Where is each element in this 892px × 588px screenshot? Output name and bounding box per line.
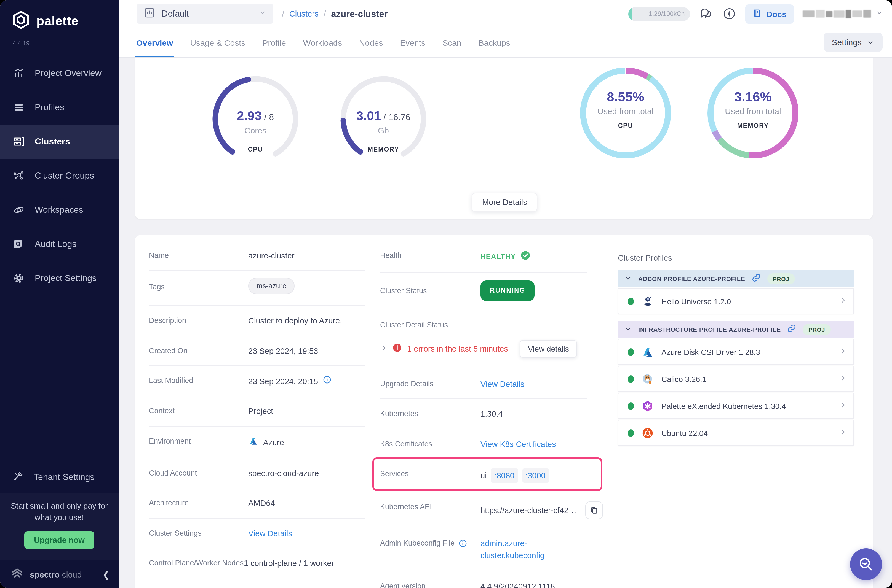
usage-summary-card: 2.93 / 8 Cores CPU 3.01 / 16.76 [135,58,873,219]
field-label: Kubernetes API [380,501,480,511]
service-port-link-3000[interactable]: :3000 [522,468,549,483]
cluster-profiles-title: Cluster Profiles [618,235,854,270]
upgrade-now-button[interactable]: Upgrade now [24,531,95,549]
explore-compass-button[interactable] [722,7,737,21]
cpu-percent-donut: 8.55% Used from total CPU [579,66,672,160]
tab-nodes[interactable]: Nodes [359,27,383,57]
chevron-down-icon [624,274,632,284]
service-port-link-8080[interactable]: :8080 [491,468,518,483]
field-label: Environment [149,436,248,445]
workspaces-icon [12,203,26,217]
sidebar: palette 4.4.19 Project Overview Profiles… [0,0,119,588]
agent-version-value: 4.4.9/20240912.1118 [480,580,555,588]
profile-layer-azure-disk-csi[interactable]: Azure Disk CSI Driver 1.28.3 [618,339,854,365]
info-icon[interactable] [459,539,467,549]
chevron-right-icon [839,297,847,306]
profile-layer-name: Ubuntu 22.04 [662,429,832,437]
health-value: HEALTHY [480,252,516,262]
chevron-down-icon [875,9,883,19]
cpu-percent-caption: Used from total [579,106,672,116]
kubeconfig-download-link[interactable]: admin.azure-cluster.kubeconfig [480,538,564,562]
kubernetes-api-value: https://azure-cluster-cf42… [480,505,576,516]
addon-profile-name: ADDON PROFILE AZURE-PROFILE [638,275,745,282]
breadcrumb-clusters-link[interactable]: Clusters [289,9,319,18]
copy-icon[interactable] [585,501,603,519]
profile-layer-calico[interactable]: Calico 3.26.1 [618,366,854,392]
sidebar-item-label: Tenant Settings [34,472,95,482]
profile-layer-name: Palette eXtended Kubernetes 1.30.4 [662,402,832,410]
tab-overview[interactable]: Overview [136,27,173,57]
calico-logo-icon [641,372,654,386]
hello-universe-logo-icon [641,294,654,308]
tag-chip: ms-azure [248,278,295,294]
promo-text: Start small and only pay for what you us… [8,500,111,524]
name-value: azure-cluster [248,250,295,261]
breadcrumb: / Clusters / azure-cluster [282,9,388,19]
sidebar-item-profiles[interactable]: Profiles [0,90,119,124]
tab-workloads[interactable]: Workloads [303,27,342,57]
feedback-chat-button[interactable] [699,7,713,21]
sidebar-item-audit-logs[interactable]: Audit Logs [0,227,119,261]
project-scope-select[interactable]: Default [137,4,273,24]
topbar-actions: 1.29/100kCh Docs [629,4,883,23]
cluster-groups-icon [12,169,26,182]
tab-scan[interactable]: Scan [442,27,461,57]
tab-events[interactable]: Events [400,27,426,57]
last-modified-value: 23 Sep 2024, 20:15 [248,375,318,387]
gear-icon [12,272,26,285]
k8s-certificates-link[interactable]: View K8s Certificates [480,438,556,450]
app-window: palette 4.4.19 Project Overview Profiles… [0,0,892,588]
sidebar-item-project-settings[interactable]: Project Settings [0,261,119,296]
sidebar-item-tenant-settings[interactable]: Tenant Settings [0,462,119,493]
profile-layer-hello-universe[interactable]: Hello Universe 1.2.0 [618,288,854,314]
check-circle-icon [520,250,531,263]
sidebar-item-label: Workspaces [35,205,83,215]
profile-layer-palette-extended-kubernetes[interactable]: Palette eXtended Kubernetes 1.30.4 [618,393,854,419]
cluster-settings-link[interactable]: View Details [248,528,292,539]
cpu-percent-value: 8.55% [579,89,672,105]
addon-profile-header[interactable]: ADDON PROFILE AZURE-PROFILE PROJ [618,270,854,287]
details-left-column: Nameazure-cluster Tagsms-azure Descripti… [149,241,365,578]
proj-badge: PROJ [767,273,795,284]
more-details-button[interactable]: More Details [472,193,538,212]
pxk-logo-icon [641,399,654,412]
settings-button[interactable]: Settings [824,33,883,52]
tab-profile[interactable]: Profile [263,27,286,57]
sidebar-item-project-overview[interactable]: Project Overview [0,56,119,90]
azure-logo-icon [641,345,654,358]
search-fab-button[interactable] [850,548,882,580]
error-message: 1 errors in the last 5 minutes [407,344,508,353]
info-icon[interactable] [322,375,331,387]
memory-percent-donut: 3.16% Used from total MEMORY [706,66,800,160]
cluster-profiles-panel: Cluster Profiles ADDON PROFILE AZURE-PRO… [618,235,854,446]
sidebar-item-label: Profiles [35,102,64,112]
tab-backups[interactable]: Backups [478,27,510,57]
infrastructure-profile-header[interactable]: INFRASTRUCTURE PROFILE AZURE-PROFILE PRO… [618,321,854,338]
proj-badge: PROJ [803,324,830,335]
tab-usage-costs[interactable]: Usage & Costs [190,27,245,57]
collapse-sidebar-icon[interactable]: ❮ [102,569,110,579]
view-details-error-button[interactable]: View details [520,340,577,358]
description-value: Cluster to deploy to Azure. [248,315,342,327]
profiles-icon [12,101,26,114]
sidebar-item-label: Project Settings [35,273,96,283]
user-menu[interactable] [803,9,883,19]
status-dot [628,348,634,356]
sidebar-item-clusters[interactable]: Clusters [0,124,119,159]
docs-button[interactable]: Docs [746,4,794,23]
sidebar-item-cluster-groups[interactable]: Cluster Groups [0,159,119,193]
link-icon [752,273,760,284]
sidebar-item-workspaces[interactable]: Workspaces [0,193,119,227]
chevron-right-icon [839,428,847,438]
created-on-value: 23 Sep 2024, 19:53 [248,345,318,357]
profile-layer-name: Calico 3.26.1 [662,375,832,383]
expand-chevron-icon[interactable] [380,344,387,353]
cpu-gauge-label: CPU [209,146,302,153]
architecture-value: AMD64 [248,498,275,509]
profile-layer-ubuntu[interactable]: Ubuntu 22.04 [618,420,854,446]
status-dot [628,375,634,383]
sidebar-item-label: Cluster Groups [35,171,94,181]
profile-layer-name: Azure Disk CSI Driver 1.28.3 [662,348,832,356]
upgrade-details-link[interactable]: View Details [480,379,524,390]
field-label: Cluster Status [380,280,480,295]
